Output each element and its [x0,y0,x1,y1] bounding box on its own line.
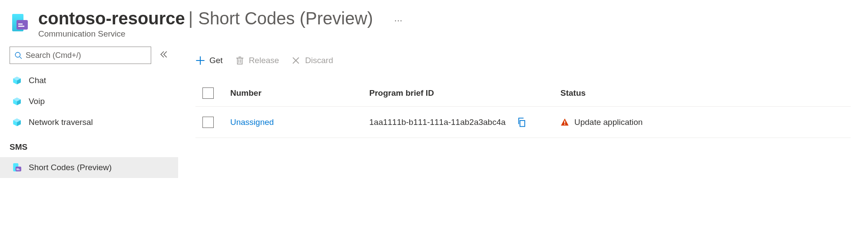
copy-icon[interactable] [517,118,527,127]
toolbar-label: Release [249,56,279,65]
column-header-program-brief[interactable]: Program brief ID [369,88,560,98]
svg-rect-29 [520,120,525,126]
svg-rect-3 [18,24,23,25]
table-row: Unassigned 1aa1111b-b111-111a-11ab2a3abc… [195,107,851,138]
svg-rect-4 [18,26,24,27]
sidebar-item-voip[interactable]: Voip [10,91,178,112]
sidebar-item-label: Voip [29,97,45,106]
more-actions-button[interactable]: … [394,13,404,24]
toolbar-label: Discard [305,56,333,65]
release-button[interactable]: Release [235,56,279,65]
search-input[interactable] [26,51,146,60]
cube-icon [12,76,22,85]
table-header-row: Number Program brief ID Status [195,80,851,107]
svg-line-6 [20,57,22,59]
number-cell[interactable]: Unassigned [230,118,369,127]
svg-rect-18 [17,168,19,169]
cube-icon [12,118,22,127]
resource-type-subtitle: Communication Service [38,29,404,39]
column-header-status[interactable]: Status [560,88,851,98]
select-all-checkbox[interactable] [202,87,214,99]
sidebar-item-label: Chat [29,76,46,85]
row-checkbox[interactable] [202,117,214,128]
sidebar-section-sms: SMS [10,142,178,152]
svg-rect-32 [564,124,565,124]
svg-rect-19 [17,169,20,170]
svg-point-5 [15,52,20,57]
program-brief-id: 1aa1111b-b111-111a-11ab2a3abc4a [369,118,506,127]
sidebar-item-network-traversal[interactable]: Network traversal [10,112,178,133]
get-button[interactable]: Get [195,56,223,65]
sidebar-item-short-codes[interactable]: Short Codes (Preview) [0,157,178,178]
search-icon [14,51,22,59]
sidebar-item-chat[interactable]: Chat [10,70,178,91]
warning-icon [560,118,569,127]
title-separator: | [189,9,193,28]
close-icon [291,56,301,65]
svg-rect-22 [237,58,242,64]
short-codes-table: Number Program brief ID Status Unassigne… [195,80,851,138]
status-text: Update application [574,118,643,127]
plus-icon [195,56,205,65]
sidebar-item-label: Network traversal [29,118,93,127]
cube-icon [12,97,22,106]
column-header-number[interactable]: Number [230,88,369,98]
toolbar-label: Get [209,56,223,65]
short-codes-icon [12,163,22,172]
sidebar-search[interactable] [10,47,151,64]
svg-rect-2 [17,20,28,30]
discard-button[interactable]: Discard [291,56,333,65]
communication-service-icon [10,12,30,33]
sidebar-item-label: Short Codes (Preview) [29,163,112,172]
resource-name: contoso-resource [38,9,185,28]
collapse-sidebar-button[interactable] [160,50,168,61]
svg-rect-31 [564,121,565,123]
trash-icon [235,56,245,65]
page-title: Short Codes (Preview) [198,9,373,28]
